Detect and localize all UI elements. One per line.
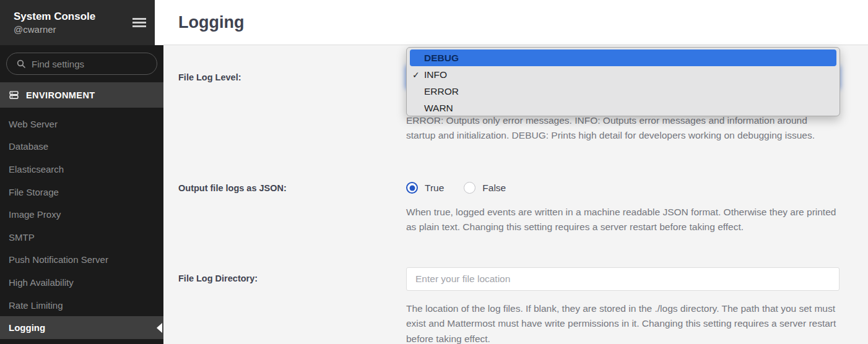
option-label: INFO (424, 69, 447, 80)
search-strip (0, 45, 163, 82)
radio-false-label: False (482, 183, 506, 194)
file-log-level-label: File Log Level: (178, 72, 241, 82)
sidebar-item-high-availability[interactable]: High Availability (0, 271, 163, 294)
sidebar-item-web-server[interactable]: Web Server (0, 113, 163, 135)
sidebar-item-smtp[interactable]: SMTP (0, 226, 163, 249)
json-output-help: When true, logged events are written in … (406, 205, 838, 235)
dropdown-option-debug[interactable]: DEBUG (410, 49, 836, 66)
radio-true[interactable]: True (406, 182, 444, 194)
page-title: Logging (178, 13, 244, 32)
file-log-level-dropdown: DEBUG ✓ INFO ERROR WARN (406, 47, 840, 116)
sidebar: System Console @cwarner ENVIRONMENT (0, 0, 163, 344)
current-user: @cwarner (14, 24, 132, 36)
sidebar-item-file-storage[interactable]: File Storage (0, 181, 163, 204)
file-log-level-help: ERROR: Outputs only error messages. INFO… (406, 113, 838, 144)
json-output-label: Output file logs as JSON: (178, 183, 287, 193)
sidebar-items: Web Server Database Elasticsearch File S… (0, 108, 163, 339)
check-icon: ✓ (412, 70, 420, 80)
dropdown-option-warn[interactable]: WARN (410, 100, 836, 116)
server-stack-icon (9, 90, 19, 100)
radio-false-circle[interactable] (464, 182, 475, 194)
sidebar-item-elasticsearch[interactable]: Elasticsearch (0, 158, 163, 181)
option-label: WARN (424, 103, 453, 114)
file-log-directory-help: The location of the log files. If blank,… (406, 301, 838, 344)
option-label: DEBUG (424, 53, 459, 64)
sidebar-item-rate-limiting[interactable]: Rate Limiting (0, 294, 163, 317)
sidebar-item-logging[interactable]: Logging (0, 316, 163, 339)
file-log-directory-input[interactable] (406, 267, 840, 291)
search-icon (16, 59, 26, 69)
page-header: Logging (163, 0, 868, 45)
option-label: ERROR (424, 86, 459, 97)
dropdown-option-info[interactable]: ✓ INFO (410, 66, 836, 83)
dropdown-option-error[interactable]: ERROR (410, 83, 836, 100)
sidebar-item-image-proxy[interactable]: Image Proxy (0, 203, 163, 226)
sidebar-item-push-notification-server[interactable]: Push Notification Server (0, 249, 163, 272)
radio-false[interactable]: False (464, 182, 506, 194)
search-box[interactable] (6, 53, 157, 75)
menu-icon[interactable] (132, 16, 146, 29)
app-title: System Console (14, 10, 132, 24)
sidebar-section-environment[interactable]: ENVIRONMENT (0, 82, 163, 108)
radio-true-label: True (425, 183, 444, 194)
sidebar-header: System Console @cwarner (0, 0, 155, 45)
file-log-directory-label: File Log Directory: (178, 273, 258, 283)
radio-true-circle[interactable] (406, 182, 418, 194)
section-label: ENVIRONMENT (26, 90, 95, 100)
sidebar-body: ENVIRONMENT Web Server Database Elastics… (0, 45, 163, 344)
json-output-radios: True False (406, 182, 526, 194)
search-input[interactable] (32, 59, 149, 69)
sidebar-item-database[interactable]: Database (0, 135, 163, 158)
main-content: Logging File Log Level: DEBUG ✓ INFO ERR… (163, 0, 868, 344)
